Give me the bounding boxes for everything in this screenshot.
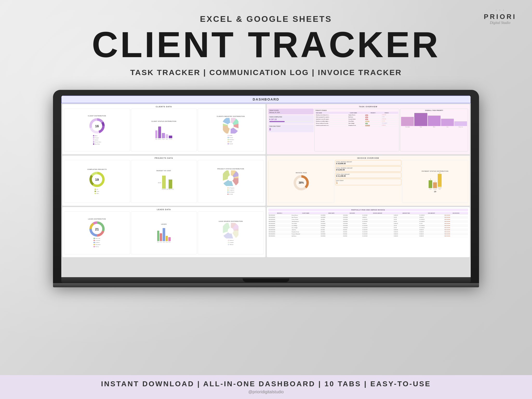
today-date-box: TODAY'S DATE February 24, 2024: [268, 109, 314, 114]
clients-sub-grid: CLIENT DISTRIBUTION: [64, 109, 264, 151]
task-row-4-status: ● In do: [382, 121, 398, 122]
legend-new: New Client: [93, 143, 101, 145]
leads-bar-1-fill: [157, 231, 159, 241]
task-row-4-name: Develop a monthly budget r...: [315, 121, 348, 122]
total-pending-box: TOTAL PENDING AMOUNT $ 9,202.00: [335, 166, 401, 172]
leads-bar-4: Neg.: [166, 236, 168, 243]
project-status-svg: [223, 170, 238, 186]
invoice-cell-1-0: INV23010042: [268, 216, 291, 218]
legend-website: Website: [228, 244, 234, 245]
client-status-panel: CLIENT STATUS DISTRIBUTION New: [131, 109, 197, 151]
legend-compl: Completed: [227, 189, 234, 191]
client-donut: 16: [89, 117, 105, 134]
priority-l-bar: [441, 119, 454, 126]
th-due-amount: DUE AMOUNT: [419, 212, 444, 214]
leads-title: LEADS: [161, 223, 167, 225]
invoice-cell-4-0: INV23010045: [268, 223, 291, 225]
laptop-stand: [53, 283, 479, 287]
invoice-cell-8-6: $ 500.00: [419, 231, 444, 233]
bar-inactive: Inact.: [166, 134, 168, 140]
invoice-cell-2-4: $ 1,000.00: [362, 218, 393, 221]
bottom-tabs: + ☰ ▶ ▶ 🔒 DASHBOARD ▼ 🔒 CLIENT DATABASE …: [61, 277, 471, 277]
total-pending-value: $ 9,202.00: [336, 169, 400, 171]
task-row-4: Develop a monthly budget r... Orion Blaz…: [315, 120, 398, 122]
actual-bar: [169, 179, 172, 189]
invoice-cell-9-0: INV23010050: [268, 233, 291, 235]
lead-source-title: LEAD SOURCE DISTRIBUTION: [219, 221, 243, 222]
leads-bar-4-fill: [166, 236, 168, 241]
invoice-cell-3-6: $ 1,300.00: [419, 221, 444, 223]
lead-source-svg: [223, 223, 238, 238]
invoice-cell-6-5: $ 0.00: [393, 227, 419, 229]
invoice-cell-8-0: INV23010049: [268, 231, 291, 233]
client-dist-value: 16: [95, 124, 99, 128]
invoice-cell-6-4: $ 1,200.00: [362, 227, 393, 229]
leads-bar-4-label: Neg.: [166, 241, 168, 243]
th-invoice: INVOICE #: [268, 212, 291, 214]
invoice-cell-4-7: DUE SOON: [444, 223, 468, 225]
invoice-table-header-row: INVOICE # CLIENT NAME ISSUE DATE DUE DAT…: [268, 212, 468, 214]
screen-inner: DASHBOARD CLIENTS DATA CLIENT DISTRIBUTI…: [61, 96, 471, 277]
industry-pie-svg: [223, 118, 238, 134]
invoice-cell-3-2: 2/1/2024: [320, 221, 343, 223]
todays-tasks-title: TODAY'S TASKS: [315, 110, 398, 111]
invoice-cell-3-4: $ 1,300.00: [362, 221, 393, 223]
completed-projects-title: COMPLETED PROJECTS: [87, 169, 107, 170]
task-due-label: TASK DUE TODAY: [269, 125, 313, 127]
total-paid-value: $ 11,198.00: [336, 175, 400, 177]
invoice-cell-5-1: Luna Milagri: [291, 225, 320, 227]
todays-tasks-box: TODAY'S TASKS TASK NAME CLIENT NAME PRIO…: [314, 109, 399, 151]
client-status-bars: New Active Prosp.: [155, 123, 173, 140]
payment-status-title: PAYMENT STATUS DISTRIBUTION: [422, 170, 448, 172]
leads-bars: New Cont. Qual.: [157, 226, 171, 243]
invoice-cell-2-1: Connor Ember: [291, 218, 320, 221]
invoice-cell-9-5: $ 500.00: [393, 233, 419, 235]
task-row-2-client: Nia Storm: [348, 116, 365, 118]
dashboard-bar: DASHBOARD: [61, 96, 471, 103]
invoice-cell-4-5: $ 499.00: [393, 223, 419, 225]
actual-col: ACTUAL COST: [167, 179, 174, 190]
footer-text: INSTANT DOWNLOAD | ALL-IN-ONE DASHBOARD …: [0, 380, 532, 388]
invoice-cell-10-6: $ 500.00: [419, 235, 444, 237]
task-row-6-priority: Very Low: [365, 125, 382, 126]
task-row-1: Develop a new feature for c... Zephyr St…: [315, 114, 398, 116]
task-priority-title: OVERALL TASK PRIORITY: [401, 110, 467, 111]
legend-negotiated: Negotiated: [94, 244, 100, 245]
tasks-progress: [269, 121, 313, 122]
invoice-row-0: INV23010041Emma Brown1/15/20242/15/2024$…: [268, 214, 468, 216]
leads-bar-3: Qual.: [163, 228, 165, 243]
invoice-donut: 38%: [293, 174, 310, 191]
client-distribution-panel: CLIENT DISTRIBUTION: [64, 109, 130, 151]
invoice-row-4: INV23010045Orion Blaze1/10/20242/15/2024…: [268, 223, 468, 225]
invoice-cell-2-5: $ 0.00: [393, 218, 419, 221]
lead-source-pie: [223, 223, 238, 240]
invoice-table-panel: PARTIALLY PAID AND UNPAID INVOICE INVOIC…: [267, 207, 470, 257]
priority-bars: Very High High Med: [401, 112, 467, 128]
task-rows: Develop a new feature for c... Zephyr St…: [315, 114, 398, 127]
invoice-cell-4-2: 1/10/2024: [320, 223, 343, 225]
task-row-5-client: Zara Twilight: [348, 123, 365, 124]
bar-new: New: [155, 130, 157, 140]
legend-prospect: Prospect: [93, 137, 101, 138]
leads-legend: New Lead Contacted Qualified Negotiated …: [94, 237, 100, 248]
invoice-cell-5-6: $ 1,200.00: [419, 225, 444, 227]
invoice-mini-table: INVOICE # CLIENT NAME ISSUE DATE DUE DAT…: [268, 212, 468, 237]
priority-vl-label: Very Low: [458, 126, 463, 128]
invoice-cell-2-0: INV23010043: [268, 218, 291, 221]
invoice-cell-7-0: INV23010048: [268, 229, 291, 231]
task-col-status: STATUS: [385, 112, 398, 114]
laptop-screen: DASHBOARD CLIENTS DATA CLIENT DISTRIBUTI…: [61, 96, 471, 277]
payment-unpaid-bar: [433, 182, 437, 188]
bar-prospect-label: Prosp.: [162, 138, 165, 140]
legend-left: Left: [95, 189, 99, 190]
bar-former-fill: [169, 136, 172, 138]
invoice-cell-0-5: $ 200.00: [393, 214, 419, 216]
priority-very-high: Very High: [401, 117, 414, 128]
budget-bar-label: BUDGET: [162, 189, 166, 190]
project-status-title: PROJECT STATUS DISTRIBUTION: [217, 168, 244, 170]
invoice-cell-8-1: Seraphina Frost: [291, 231, 320, 233]
header-section: EXCEL & GOOGLE SHEETS CLIENT TRACKER TAS…: [92, 0, 440, 90]
completed-legend: Left Comp. Other: [95, 188, 99, 194]
invoice-panel-title: INVOICE OVERVIEW: [268, 157, 468, 159]
due-today-box: DUE TODAY 1: [335, 179, 401, 185]
